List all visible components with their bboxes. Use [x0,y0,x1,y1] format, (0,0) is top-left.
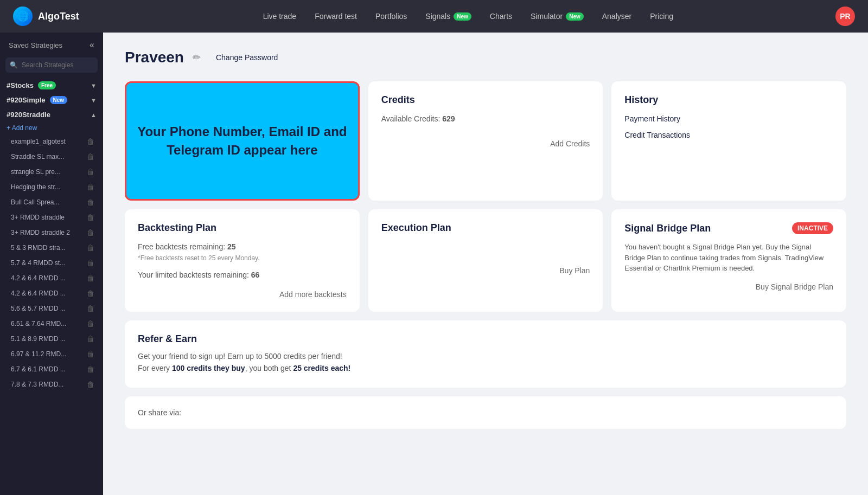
list-item[interactable]: Bull Call Sprea... 🗑 [0,195,103,210]
stocks-chevron-icon: ▼ [91,82,97,89]
list-item[interactable]: example1_algotest 🗑 [0,134,103,149]
list-item[interactable]: 7.8 & 7.3 RMDD... 🗑 [0,377,103,392]
sidebar-title: Saved Strategies [9,41,62,49]
list-item[interactable]: 4.2 & 6.4 RMDD ... 🗑 [0,271,103,286]
list-item[interactable]: Straddle SL max... 🗑 [0,149,103,164]
delete-icon[interactable]: 🗑 [87,168,94,176]
signal-bridge-header: Signal Bridge Plan INACTIVE [624,222,833,234]
list-item[interactable]: 5 & 3 RMDD stra... 🗑 [0,240,103,255]
execution-title: Execution Plan [381,222,590,234]
nav-links: Live trade Forward test Portfolios Signa… [101,9,835,24]
nav-portfolios[interactable]: Portfolios [368,9,414,24]
list-item[interactable]: 5.7 & 4 RMDD st... 🗑 [0,255,103,271]
history-card: History Payment History Credit Transacti… [611,81,846,201]
delete-icon[interactable]: 🗑 [87,335,94,343]
sidebar-items: #Stocks Free ▼ #920Simple New ▼ #920Stra… [0,78,103,495]
nav-pricing[interactable]: Pricing [642,9,681,24]
credits-value: 629 [442,114,455,123]
credits-card: Credits Available Credits: 629 Add Credi… [368,81,603,201]
limited-backtests-value: 66 [251,271,260,279]
920straddle-chevron-icon: ▲ [91,112,97,118]
logo-text: AlgoTest [38,11,79,22]
execution-plan-card: Execution Plan Buy Plan [368,209,603,312]
buy-execution-plan-link[interactable]: Buy Plan [381,266,590,275]
delete-icon[interactable]: 🗑 [87,228,94,237]
delete-icon[interactable]: 🗑 [87,243,94,252]
list-item[interactable]: Hedging the str... 🗑 [0,179,103,195]
920simple-new-badge: New [50,96,68,104]
list-item[interactable]: 6.97 & 11.2 RMD... 🗑 [0,346,103,362]
phone-number-card: Your Phone Number, Email ID and Telegram… [125,81,360,201]
limited-backtests-info: Your limited backtests remaining: 66 [138,271,347,279]
credits-title: Credits [381,94,590,106]
buy-signal-bridge-link[interactable]: Buy Signal Bridge Plan [624,282,833,291]
delete-icon[interactable]: 🗑 [87,198,94,207]
signals-new-badge: New [454,12,471,21]
list-item[interactable]: 6.7 & 6.1 RMDD ... 🗑 [0,362,103,377]
delete-icon[interactable]: 🗑 [87,289,94,298]
profile-header: Praveen ✏ Change Password [125,49,846,66]
add-new-strategy-button[interactable]: + Add new [0,122,103,134]
delete-icon[interactable]: 🗑 [87,319,94,328]
logo-icon: 🌐 [13,7,33,26]
search-input[interactable] [5,57,98,73]
sidebar-collapse-button[interactable]: « [90,40,94,50]
refer-earn-card: Refer & Earn Get your friend to sign up!… [125,320,846,388]
delete-icon[interactable]: 🗑 [87,274,94,282]
refer-title: Refer & Earn [138,333,833,345]
list-item[interactable]: strangle SL pre... 🗑 [0,164,103,179]
history-title: History [624,94,833,106]
stocks-free-badge: Free [38,81,56,89]
list-item[interactable]: 3+ RMDD straddle 2 🗑 [0,225,103,240]
list-item[interactable]: 6.51 & 7.64 RMD... 🗑 [0,316,103,331]
delete-icon[interactable]: 🗑 [87,380,94,389]
delete-icon[interactable]: 🗑 [87,350,94,358]
credit-transactions-link[interactable]: Credit Transactions [624,131,833,139]
payment-history-link[interactable]: Payment History [624,114,833,123]
user-avatar[interactable]: PR [835,7,855,26]
delete-icon[interactable]: 🗑 [87,213,94,222]
nav-simulator[interactable]: Simulator New [523,9,591,24]
sidebar: Saved Strategies « 🔍 #Stocks Free ▼ #920… [0,33,103,495]
free-backtests-info: Free backtests remaining: 25 [138,242,347,251]
nav-signals[interactable]: Signals New [418,9,478,24]
delete-icon[interactable]: 🗑 [87,152,94,161]
share-bar-text: Or share via: [138,408,181,417]
cards-row-2: Backtesting Plan Free backtests remainin… [125,209,846,312]
nav-forward-test[interactable]: Forward test [307,9,365,24]
delete-icon[interactable]: 🗑 [87,259,94,267]
list-item[interactable]: 3+ RMDD straddle 🗑 [0,210,103,225]
edit-profile-icon[interactable]: ✏ [193,52,201,63]
refer-bold-2: 25 credits each! [293,364,350,372]
delete-icon[interactable]: 🗑 [87,183,94,191]
phone-card-text: Your Phone Number, Email ID and Telegram… [137,123,347,159]
920simple-chevron-icon: ▼ [91,97,97,104]
list-item[interactable]: 5.1 & 8.9 RMDD ... 🗑 [0,331,103,346]
sidebar-group-920simple[interactable]: #920Simple New ▼ [0,93,103,107]
signal-bridge-title: Signal Bridge Plan [624,223,711,234]
signal-bridge-description: You haven't bought a Signal Bridge Plan … [624,242,833,274]
refer-bold-1: 100 credits they buy [172,364,245,372]
delete-icon[interactable]: 🗑 [87,137,94,146]
nav-analyser[interactable]: Analyser [595,9,639,24]
backtesting-plan-card: Backtesting Plan Free backtests remainin… [125,209,360,312]
share-bar: Or share via: [125,396,846,429]
sidebar-group-stocks[interactable]: #Stocks Free ▼ [0,78,103,93]
logo-area[interactable]: 🌐 AlgoTest [13,7,79,26]
sidebar-header: Saved Strategies « [0,33,103,57]
profile-name: Praveen [125,49,184,66]
list-item[interactable]: 5.6 & 5.7 RMDD ... 🗑 [0,301,103,316]
add-more-backtests-link[interactable]: Add more backtests [138,290,347,299]
nav-charts[interactable]: Charts [482,9,520,24]
delete-icon[interactable]: 🗑 [87,365,94,374]
signal-bridge-card: Signal Bridge Plan INACTIVE You haven't … [611,209,846,312]
nav-live-trade[interactable]: Live trade [256,9,304,24]
reset-note: *Free backtests reset to 25 every Monday… [138,254,347,262]
delete-icon[interactable]: 🗑 [87,304,94,313]
credits-available-label: Available Credits: 629 [381,114,590,123]
change-password-link[interactable]: Change Password [209,50,284,65]
add-credits-link[interactable]: Add Credits [381,139,590,148]
list-item[interactable]: 4.2 & 6.4 RMDD ... 🗑 [0,286,103,301]
inactive-badge: INACTIVE [792,222,833,234]
sidebar-group-920straddle[interactable]: #920Straddle ▲ [0,107,103,122]
